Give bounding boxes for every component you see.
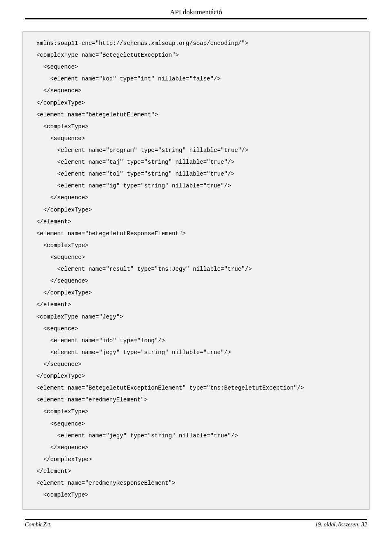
- footer-page-number: 19. oldal, összesen: 32: [315, 521, 367, 528]
- page-footer: Combit Zrt. 19. oldal, összesen: 32: [22, 518, 370, 528]
- code-block: xmlns:soap11-enc="http://schemas.xmlsoap…: [22, 31, 370, 510]
- footer-rule: [25, 518, 367, 520]
- header-rule: [22, 18, 370, 20]
- page: API dokumentáció xmlns:soap11-enc="http:…: [0, 0, 392, 537]
- footer-company: Combit Zrt.: [25, 521, 51, 528]
- page-title: API dokumentáció: [22, 8, 370, 16]
